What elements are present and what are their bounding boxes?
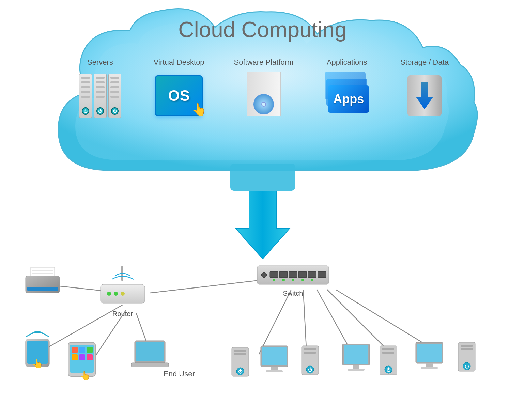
svg-rect-58 xyxy=(266,370,283,372)
virtual-desktop-label: Virtual Desktop xyxy=(154,58,204,67)
svg-point-38 xyxy=(261,272,267,278)
cloud-item-servers: Servers ⏻ xyxy=(76,58,124,121)
svg-rect-51 xyxy=(234,350,246,352)
svg-point-48 xyxy=(311,279,313,281)
server-power-btn-1: ⏻ xyxy=(82,107,89,115)
svg-rect-69 xyxy=(382,348,394,350)
svg-rect-61 xyxy=(304,352,316,354)
router-item: Router xyxy=(99,266,146,318)
server-unit-3: ⏻ xyxy=(108,74,121,118)
desktop-1: ⏻ xyxy=(227,346,254,387)
apps-stack-icon: Apps xyxy=(325,72,369,120)
desktop-4 xyxy=(414,341,445,375)
svg-rect-0 xyxy=(230,164,295,191)
svg-rect-42 xyxy=(298,271,307,278)
svg-rect-30 xyxy=(72,354,78,360)
svg-text:👆: 👆 xyxy=(80,370,91,380)
svg-rect-32 xyxy=(87,354,93,360)
cursor-icon: 👆 xyxy=(191,103,207,117)
svg-rect-57 xyxy=(271,367,278,370)
server-unit-1: ⏻ xyxy=(79,74,92,118)
tower-pc-icon-1: ⏻ xyxy=(296,344,324,385)
laptop-icon xyxy=(131,339,169,370)
router-label: Router xyxy=(112,310,133,318)
svg-text:👆: 👆 xyxy=(32,358,44,368)
desktop-2 xyxy=(259,344,290,378)
svg-rect-49 xyxy=(318,271,326,278)
mobile-item: 👆 xyxy=(22,330,53,368)
server-unit-2: ⏻ xyxy=(94,74,107,118)
cloud-item-applications: Applications Apps xyxy=(323,58,371,121)
svg-rect-70 xyxy=(382,352,394,354)
desktop-tower-1: ⏻ xyxy=(227,346,254,387)
svg-rect-40 xyxy=(279,271,288,278)
svg-text:⏻: ⏻ xyxy=(238,369,243,374)
cloud-title: Cloud Computing xyxy=(178,17,347,42)
svg-rect-75 xyxy=(426,363,433,367)
svg-point-46 xyxy=(292,279,294,281)
svg-rect-76 xyxy=(421,367,438,369)
svg-rect-66 xyxy=(353,365,359,369)
software-platform-label: Software Platform xyxy=(234,58,294,67)
svg-rect-78 xyxy=(461,345,473,347)
cloud-to-network-arrow xyxy=(229,191,297,260)
svg-rect-52 xyxy=(234,353,246,355)
desktop-monitor-3 xyxy=(414,341,445,375)
svg-rect-67 xyxy=(348,369,365,371)
svg-point-24 xyxy=(121,292,125,296)
svg-rect-36 xyxy=(131,363,169,367)
tower-pc-icon-3: ⏻ xyxy=(453,341,480,382)
svg-rect-28 xyxy=(79,347,85,353)
cloud-item-storage: Storage / Data xyxy=(400,58,449,121)
laptop-item xyxy=(131,339,169,370)
svg-rect-60 xyxy=(304,348,316,350)
desktop-3 xyxy=(341,342,371,376)
virtual-desktop-icon: OS 👆 xyxy=(155,70,203,121)
svg-rect-65 xyxy=(344,345,368,364)
tower-pc-icon-2: ⏻ xyxy=(375,344,402,385)
svg-rect-79 xyxy=(461,348,473,350)
svg-rect-27 xyxy=(72,347,78,353)
applications-icon: Apps xyxy=(323,70,371,121)
svg-text:⏻: ⏻ xyxy=(386,367,391,372)
router-icon xyxy=(99,266,146,307)
tower-pc-2: ⏻ xyxy=(375,344,402,385)
switch-label: Switch xyxy=(283,290,303,297)
storage-label: Storage / Data xyxy=(400,58,449,67)
svg-point-44 xyxy=(273,279,275,281)
storage-cylinder-icon xyxy=(402,72,447,120)
svg-rect-74 xyxy=(417,344,442,362)
server-power-btn-2: ⏻ xyxy=(96,107,104,115)
svg-text:⏻: ⏻ xyxy=(465,364,469,369)
printer-icon xyxy=(24,266,61,296)
switch-icon xyxy=(256,262,330,286)
svg-marker-1 xyxy=(235,191,290,259)
os-text: OS xyxy=(168,87,190,104)
cloud-items-container: Servers ⏻ xyxy=(41,58,484,121)
svg-text:⏻: ⏻ xyxy=(308,367,312,372)
printer-item xyxy=(24,266,61,296)
end-user-item: End User xyxy=(164,368,195,378)
svg-rect-39 xyxy=(270,271,278,278)
svg-rect-41 xyxy=(289,271,297,278)
tower-pc-3: ⏻ xyxy=(453,341,480,382)
software-box-icon xyxy=(243,72,284,120)
server-power-btn-3: ⏻ xyxy=(111,107,119,115)
svg-point-22 xyxy=(107,292,111,296)
network-section: 👆 Router xyxy=(0,245,525,416)
svg-rect-35 xyxy=(136,342,164,361)
switch-item: Switch xyxy=(256,262,330,297)
svg-rect-56 xyxy=(262,347,287,365)
servers-icon: ⏻ ⏻ xyxy=(76,70,124,121)
software-platform-icon xyxy=(240,70,288,121)
mobile-icon: 👆 xyxy=(22,330,53,368)
applications-label: Applications xyxy=(327,58,367,67)
svg-rect-43 xyxy=(308,271,316,278)
desktop-monitor-2 xyxy=(341,342,371,376)
svg-rect-29 xyxy=(87,347,93,353)
svg-line-9 xyxy=(317,290,351,351)
storage-icon xyxy=(401,70,448,121)
tower-pc-1: ⏻ xyxy=(296,344,324,385)
tablet-item: 👆 xyxy=(66,341,97,380)
svg-point-45 xyxy=(282,279,285,281)
